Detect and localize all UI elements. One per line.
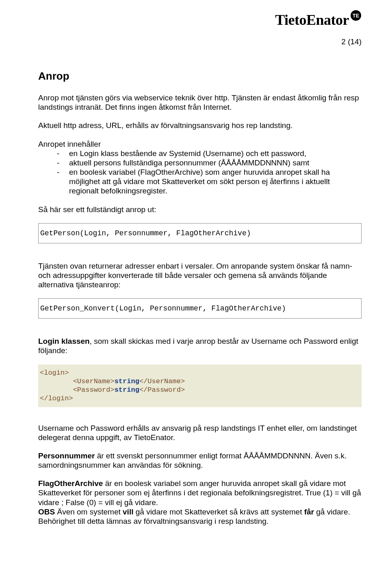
paragraph-flagotherarchive: FlagOtherArchive är en boolesk variabel … bbox=[38, 479, 362, 507]
obs-far: får bbox=[304, 508, 314, 516]
login-klassen-lead: Login klassen bbox=[38, 337, 90, 345]
xml-login-close: </login> bbox=[40, 395, 73, 402]
xml-username-value: string bbox=[115, 378, 139, 385]
paragraph-intro-1: Anrop mot tjänsten görs via webservice t… bbox=[38, 93, 362, 112]
xml-password-close: </Password> bbox=[139, 386, 185, 394]
paragraph-intro-2: Aktuell http adress, URL, erhålls av för… bbox=[38, 121, 362, 130]
logo-badge-icon: TE bbox=[350, 10, 362, 21]
personnummer-lead: Personnummer bbox=[38, 451, 95, 460]
paragraph-full-call: Så här ser ett fullständigt anrop ut: bbox=[38, 205, 362, 214]
code-block-getperson: GetPerson(Login, Personnummer, FlagOther… bbox=[38, 223, 362, 243]
paragraph-username-password: Username och Password erhålls av ansvari… bbox=[38, 423, 362, 442]
xml-password-open: <Password> bbox=[73, 386, 115, 394]
xml-password-value: string bbox=[115, 386, 139, 394]
obs-lead: OBS bbox=[38, 508, 55, 516]
xml-username-open: <UserName> bbox=[73, 378, 115, 385]
paragraph-konvert: Tjänsten ovan returnerar adresser enbart… bbox=[38, 261, 362, 290]
obs-mid2: gå vidare mot Skatteverket så krävs att … bbox=[133, 508, 304, 516]
company-logo: TietoEnator TE bbox=[275, 11, 362, 28]
logo-row: TietoEnator TE bbox=[38, 11, 362, 28]
svg-text:TE: TE bbox=[353, 13, 360, 19]
document-page: TietoEnator TE 2 (14) Anrop Anrop mot tj… bbox=[0, 0, 390, 588]
paragraph-obs: OBS Även om systemet vill gå vidare mot … bbox=[38, 507, 362, 526]
xml-block-login: <login> <UserName>string</UserName> <Pas… bbox=[38, 365, 362, 407]
list-item: aktuell persons fullständiga personnumme… bbox=[38, 158, 362, 167]
xml-login-open: <login> bbox=[40, 369, 69, 377]
paragraph-personnummer: Personnummer är ett svenskt personnummer… bbox=[38, 451, 362, 470]
list-item: en Login klass bestående av Systemid (Us… bbox=[38, 149, 362, 158]
bullet-list: en Login klass bestående av Systemid (Us… bbox=[38, 149, 362, 196]
flag-lead: FlagOtherArchive bbox=[38, 479, 103, 488]
list-intro: Anropet innehåller bbox=[38, 139, 362, 149]
logo-text: TietoEnator bbox=[275, 11, 349, 28]
list-item: en boolesk variabel (FlagOtherArchive) s… bbox=[38, 167, 362, 196]
xml-username-close: </UserName> bbox=[139, 378, 185, 385]
code-block-getperson-konvert: GetPerson_Konvert(Login, Personnummer, F… bbox=[38, 298, 362, 319]
obs-vill: vill bbox=[123, 508, 133, 516]
page-number: 2 (14) bbox=[38, 37, 362, 46]
section-title: Anrop bbox=[38, 70, 362, 82]
obs-mid1: Även om systemet bbox=[55, 508, 123, 516]
paragraph-login-klassen: Login klassen, som skall skickas med i v… bbox=[38, 336, 362, 355]
